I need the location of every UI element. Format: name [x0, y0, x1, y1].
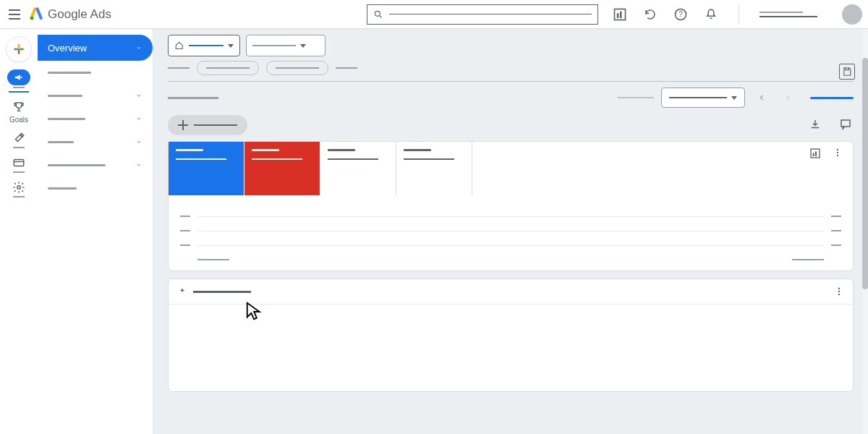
header-actions: ? [613, 4, 862, 25]
filter-chip[interactable] [266, 61, 328, 75]
section-title [168, 97, 218, 99]
filter-chips [153, 61, 868, 81]
rail-admin[interactable] [4, 180, 33, 197]
avatar[interactable] [842, 4, 862, 25]
reports-icon[interactable] [613, 7, 627, 22]
svg-rect-21 [813, 153, 814, 156]
recommendations-card [168, 278, 854, 392]
compare-label [618, 97, 654, 98]
date-row [153, 82, 868, 114]
download-icon[interactable] [809, 118, 823, 132]
card-menu-icon[interactable] [834, 286, 844, 297]
sparkle-icon [177, 286, 187, 297]
svg-point-18 [17, 186, 21, 190]
chart-area [169, 195, 853, 271]
metric-tile[interactable] [320, 142, 396, 195]
tools-icon [12, 131, 26, 145]
metric-tile[interactable] [244, 142, 320, 195]
filter-trailing [336, 67, 357, 69]
scope-filters [153, 29, 868, 61]
svg-rect-16 [14, 160, 24, 166]
filter-label [168, 67, 190, 69]
expand-chart-icon[interactable] [809, 148, 822, 161]
plus-icon [178, 120, 188, 130]
svg-point-28 [838, 294, 840, 295]
date-range-selector[interactable] [661, 88, 745, 108]
svg-point-26 [838, 288, 840, 289]
account-switcher[interactable] [760, 12, 817, 17]
left-rail: Goals [0, 29, 38, 434]
campaign-selector[interactable] [246, 35, 326, 56]
product-logo[interactable]: Google Ads [29, 7, 111, 22]
chevron-down-icon [135, 44, 142, 51]
sidebar-item[interactable] [38, 176, 153, 200]
sidebar-item[interactable] [38, 107, 153, 130]
billing-icon [12, 156, 26, 170]
save-icon[interactable] [839, 64, 855, 80]
svg-rect-19 [841, 120, 850, 127]
svg-point-13 [20, 77, 22, 78]
chevron-down-icon [135, 92, 142, 99]
sidebar-item[interactable] [38, 61, 153, 84]
svg-line-2 [380, 15, 382, 17]
svg-text:?: ? [678, 10, 683, 18]
trophy-icon [12, 100, 26, 114]
metrics-card [168, 141, 854, 271]
svg-rect-22 [815, 151, 817, 156]
rail-tools[interactable] [4, 131, 33, 148]
main-content [153, 29, 868, 434]
card-title [193, 291, 251, 293]
svg-point-23 [837, 149, 838, 150]
sidebar-item[interactable] [38, 130, 153, 153]
date-next[interactable] [778, 88, 797, 107]
chevron-down-icon [135, 161, 142, 169]
search-icon [373, 9, 383, 20]
svg-rect-5 [620, 11, 622, 17]
metric-tile[interactable] [396, 142, 472, 195]
add-row [153, 114, 868, 141]
ads-logo-icon [29, 7, 43, 22]
megaphone-icon [7, 69, 30, 85]
refresh-icon[interactable] [643, 7, 658, 22]
svg-rect-4 [617, 13, 619, 18]
rail-goals[interactable]: Goals [4, 100, 33, 124]
add-button[interactable] [168, 115, 247, 135]
create-button[interactable] [6, 36, 32, 62]
sidebar-item[interactable] [38, 153, 153, 176]
date-prev[interactable] [752, 88, 771, 107]
scrollbar[interactable] [862, 29, 868, 434]
sidebar-item[interactable] [38, 84, 153, 107]
svg-point-27 [838, 291, 840, 292]
chevron-down-icon [135, 138, 142, 145]
rail-campaigns[interactable] [4, 69, 33, 93]
svg-point-24 [837, 152, 838, 153]
rail-billing[interactable] [4, 156, 33, 173]
home-icon [174, 41, 184, 51]
help-icon[interactable]: ? [673, 7, 688, 22]
search-input[interactable] [367, 4, 598, 25]
notifications-icon[interactable] [704, 7, 718, 22]
product-name: Google Ads [48, 7, 111, 22]
date-active-indicator [810, 97, 854, 99]
menu-icon[interactable] [6, 6, 23, 23]
card-menu-icon[interactable] [833, 148, 846, 161]
svg-point-1 [375, 11, 380, 16]
metric-tiles [169, 142, 853, 195]
svg-point-0 [30, 16, 34, 20]
metric-tile[interactable] [169, 142, 244, 195]
account-selector[interactable] [168, 35, 240, 56]
nav-sidebar: Overview [38, 29, 153, 434]
gear-icon [12, 180, 26, 195]
sidebar-overview[interactable]: Overview [38, 35, 153, 61]
svg-point-25 [837, 155, 838, 156]
app-header: Google Ads ? [0, 0, 868, 29]
rail-goals-label: Goals [9, 116, 28, 124]
feedback-icon[interactable] [839, 118, 854, 132]
filter-chip[interactable] [197, 61, 259, 75]
chevron-down-icon [135, 115, 142, 122]
sidebar-overview-label: Overview [48, 43, 87, 54]
